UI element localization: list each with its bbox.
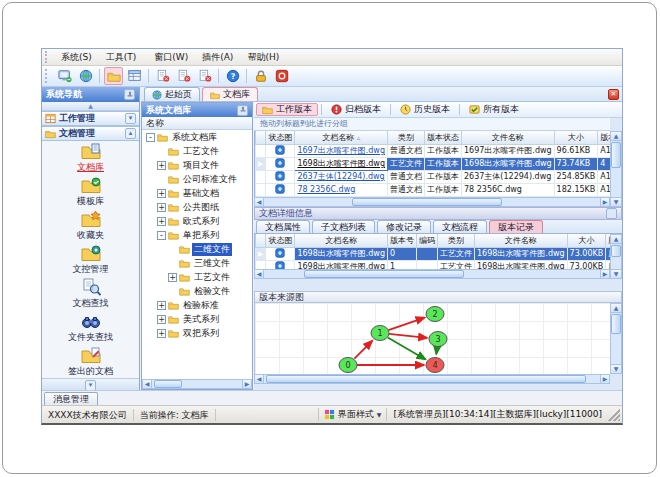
column-header-状态图[interactable]: 状态图 xyxy=(266,131,295,144)
scroll-thumb[interactable] xyxy=(611,142,621,168)
message-manager-tab[interactable]: 消息管理 xyxy=(44,392,98,405)
tree-item-美式系列[interactable]: +美式系列 xyxy=(142,312,252,326)
table-row[interactable]: 78 2356C.dwg普通文档工作版本78 2356C.dwg182.15KB… xyxy=(256,183,611,196)
expand-icon[interactable]: + xyxy=(157,315,166,324)
scroll-left-icon[interactable]: ◀ xyxy=(255,375,264,383)
tree-item-工艺文件[interactable]: +工艺文件 xyxy=(142,270,252,284)
menu-item[interactable]: 系统(S) xyxy=(54,51,99,63)
scroll-right-icon[interactable]: ▶ xyxy=(600,270,609,278)
scroll-left-icon[interactable]: ◀ xyxy=(143,380,152,388)
tree-item-欧式系列[interactable]: +欧式系列 xyxy=(142,214,252,228)
version-table-hscrollbar[interactable]: ◀ ▶ xyxy=(254,269,610,279)
scroll-down-icon[interactable]: ▼ xyxy=(611,269,621,278)
detail-tab-版本记录[interactable]: 版本记录 xyxy=(489,220,543,233)
tree-item-三维文件[interactable]: 三维文件 xyxy=(142,256,252,270)
scroll-up-icon[interactable]: ▲ xyxy=(611,304,621,313)
column-header-文件名称[interactable]: 文件名称 xyxy=(462,131,555,144)
scroll-right-icon[interactable]: ▶ xyxy=(600,198,609,206)
detail-tab-文档流程[interactable]: 文档流程 xyxy=(433,220,487,233)
expand-icon[interactable]: + xyxy=(157,329,166,338)
tree-horizontal-scrollbar[interactable]: ◀ ▶ xyxy=(142,379,252,389)
help-button[interactable]: ? xyxy=(223,67,242,85)
scroll-right-icon[interactable]: ▶ xyxy=(242,380,251,388)
tree-item-系统文档库[interactable]: -系统文档库 xyxy=(142,130,252,144)
ui-style-dropdown[interactable]: 界面样式 ▼ xyxy=(318,408,387,421)
expand-icon[interactable]: + xyxy=(157,189,166,198)
scroll-thumb[interactable] xyxy=(611,245,621,257)
row-selector-header[interactable] xyxy=(256,131,266,144)
tree-item-项目文件[interactable]: +项目文件 xyxy=(142,158,252,172)
document-table-vscrollbar[interactable]: ▲ ▼ xyxy=(610,131,622,207)
menu-item[interactable]: 窗口(W) xyxy=(147,51,195,63)
detail-tab-修改记录[interactable]: 修改记录 xyxy=(377,220,431,233)
tree-item-双把系列[interactable]: +双把系列 xyxy=(142,326,252,340)
table-row[interactable]: 1697出水嘴零件图.dwg普通文档工作版本1697出水嘴零件图.dwg96.6… xyxy=(256,144,611,157)
button-历史版本[interactable]: 历史版本 xyxy=(394,103,456,116)
version-node-3[interactable]: 3 xyxy=(429,332,447,347)
scroll-up-icon[interactable]: ▲ xyxy=(611,132,621,141)
resize-grip[interactable] xyxy=(608,409,620,421)
tree-item-检验标准[interactable]: +检验标准 xyxy=(142,298,252,312)
column-header-文档名称[interactable]: 文档名称 xyxy=(295,234,388,247)
document-window-button[interactable] xyxy=(104,67,123,85)
scroll-up-icon[interactable]: ▲ xyxy=(611,235,621,244)
graph-vscrollbar[interactable]: ▲ ▼ xyxy=(610,303,622,374)
detail-tab-子文档列表[interactable]: 子文档列表 xyxy=(312,220,375,233)
scroll-thumb[interactable] xyxy=(154,380,182,388)
button-工作版本[interactable]: 工作版本 xyxy=(256,103,318,116)
tab-文档库[interactable]: 文档库 xyxy=(202,87,258,101)
scroll-thumb[interactable] xyxy=(611,314,621,334)
version-table-vscrollbar[interactable]: ▲ ▼ xyxy=(610,234,622,279)
sidebar-item-文件夹查找[interactable]: 文件夹查找 xyxy=(42,311,139,345)
expand-icon[interactable]: + xyxy=(157,301,166,310)
sidebar-group-work[interactable]: 工作管理▾ xyxy=(42,111,139,126)
scroll-down-icon[interactable]: ▼ xyxy=(611,197,621,206)
sidebar-collapse-strip[interactable]: ▲ xyxy=(42,102,139,111)
pin-icon[interactable] xyxy=(237,105,248,116)
sidebar-group-document[interactable]: 文档管理▴ xyxy=(42,126,139,141)
version-node-1[interactable]: 1 xyxy=(371,326,389,341)
document-table-hscrollbar[interactable]: ◀ ▶ xyxy=(254,197,610,207)
menu-item[interactable]: 工具(T) xyxy=(99,51,144,63)
detail-tab-文档属性[interactable]: 文档属性 xyxy=(256,220,310,233)
tree-item-公司标准文件[interactable]: 公司标准文件 xyxy=(142,172,252,186)
tree-item-检验文件[interactable]: 检验文件 xyxy=(142,284,252,298)
table-row[interactable]: ▶1698出水嘴零件图.dwg工艺文件工作版本1698出水嘴零件图.dwg73.… xyxy=(256,157,611,170)
expand-icon[interactable]: + xyxy=(157,161,166,170)
column-header-大小[interactable]: 大小 xyxy=(554,131,598,144)
scroll-thumb[interactable] xyxy=(304,270,464,278)
table-window-button[interactable] xyxy=(125,67,144,85)
collapse-icon[interactable]: - xyxy=(146,133,155,142)
browser-button[interactable] xyxy=(76,67,95,85)
row-selector-header[interactable] xyxy=(256,234,266,247)
tree-item-二维文件[interactable]: 二维文件 xyxy=(142,242,252,256)
column-header-版本号[interactable]: 版本号 xyxy=(388,234,417,247)
exit-button[interactable] xyxy=(272,67,291,85)
chevron-down-icon[interactable]: ▾ xyxy=(125,113,136,124)
column-header-版本号[interactable]: 版本号 xyxy=(598,131,610,144)
collapse-icon[interactable]: - xyxy=(157,231,166,240)
column-header-编码[interactable]: 编码 xyxy=(417,234,438,247)
expand-icon[interactable]: + xyxy=(157,203,166,212)
close-all-button[interactable] xyxy=(195,67,214,85)
close-document-button[interactable] xyxy=(153,67,172,85)
scroll-right-icon[interactable]: ▶ xyxy=(600,375,609,383)
lock-screen-button[interactable] xyxy=(251,67,270,85)
sidebar-item-签出的文档[interactable]: 签出的文档 xyxy=(42,345,139,378)
column-header-大小[interactable]: 大小 xyxy=(567,234,606,247)
menu-item[interactable]: 插件(A) xyxy=(195,51,240,63)
screen-settings-button[interactable] xyxy=(55,67,74,85)
tree-item-单把系列[interactable]: -单把系列 xyxy=(142,228,252,242)
panel-button-icon[interactable] xyxy=(606,208,617,219)
sidebar-bottom-strip[interactable]: ▾ xyxy=(42,378,139,390)
table-row[interactable]: 2637主体(12294).dwg普通文档工作版本2637主体(12294).d… xyxy=(256,170,611,183)
version-node-0[interactable]: 0 xyxy=(339,358,357,373)
button-所有版本[interactable]: 所有版本 xyxy=(463,103,525,116)
scroll-thumb[interactable] xyxy=(352,198,502,206)
column-header-版本状态[interactable]: 版本状态 xyxy=(425,131,462,144)
version-node-4[interactable]: 4 xyxy=(426,358,444,373)
tree-column-header[interactable]: 名称 xyxy=(142,117,252,130)
graph-hscrollbar[interactable]: ◀ ▶ xyxy=(254,374,610,384)
tree-item-基础文档[interactable]: +基础文档 xyxy=(142,186,252,200)
tab-起始页[interactable]: 起始页 xyxy=(144,87,200,101)
